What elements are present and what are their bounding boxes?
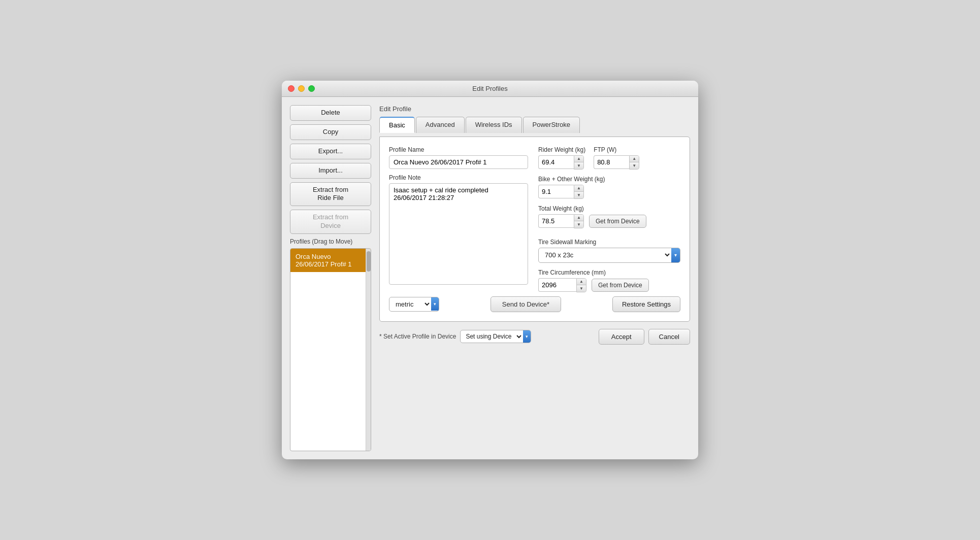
total-weight-row: ▲ ▼ Get from Device xyxy=(538,214,680,228)
total-weight-stepper-buttons: ▲ ▼ xyxy=(574,214,584,228)
total-weight-stepper: ▲ ▼ xyxy=(538,214,584,228)
rider-weight-stepper: ▲ ▼ xyxy=(538,155,585,170)
list-item[interactable]: Orca Nuevo 26/06/2017 Prof# 1 xyxy=(290,249,371,272)
rider-weight-up[interactable]: ▲ xyxy=(574,156,583,162)
units-section: metric imperial ▾ xyxy=(389,297,439,312)
scrollbar-thumb[interactable] xyxy=(367,251,371,272)
tire-sidewall-dropdown-btn[interactable]: ▾ xyxy=(671,248,680,262)
tire-circumference-label: Tire Circumference (mm) xyxy=(538,269,680,276)
main-content: Delete Copy Export... Import... Extract … xyxy=(290,105,690,451)
rider-weight-input[interactable] xyxy=(538,155,574,169)
tire-circumference-stepper: ▲ ▼ xyxy=(538,278,586,292)
traffic-lights xyxy=(288,85,315,92)
form-right: Rider Weight (kg) ▲ ▼ xyxy=(538,146,680,292)
bike-weight-down[interactable]: ▼ xyxy=(574,192,583,198)
restore-settings-button[interactable]: Restore Settings xyxy=(612,296,680,312)
tab-wireless-ids[interactable]: Wireless IDs xyxy=(466,117,522,133)
profile-note-input[interactable]: Isaac setup + cal ride completed 26/06/2… xyxy=(389,183,528,285)
total-weight-up[interactable]: ▲ xyxy=(574,215,583,221)
tire-circumference-stepper-buttons: ▲ ▼ xyxy=(576,278,586,292)
units-select[interactable]: metric imperial xyxy=(389,297,431,311)
sidebar-buttons: Delete Copy Export... Import... Extract … xyxy=(290,105,371,234)
profile-name-input[interactable] xyxy=(389,155,528,169)
sidebar: Delete Copy Export... Import... Extract … xyxy=(290,105,371,451)
bottom-center: Send to Device* xyxy=(439,296,612,312)
tire-circumference-input[interactable] xyxy=(538,278,576,292)
bike-weight-input[interactable] xyxy=(538,185,574,198)
bottom-right: Restore Settings xyxy=(612,296,680,312)
total-weight-section: Total Weight (kg) ▲ ▼ xyxy=(538,205,680,228)
tire-circumference-up[interactable]: ▲ xyxy=(577,279,586,285)
footer-area: * Set Active Profile in Device Set using… xyxy=(379,326,690,347)
total-weight-down[interactable]: ▼ xyxy=(574,221,583,228)
rider-weight-stepper-buttons: ▲ ▼ xyxy=(574,155,584,170)
get-from-device-1[interactable]: Get from Device xyxy=(589,215,646,228)
delete-button[interactable]: Delete xyxy=(290,105,371,121)
tire-sidewall-label: Tire Sidewall Marking xyxy=(538,239,680,246)
set-using-device-select[interactable]: Set using Device xyxy=(461,330,523,343)
tire-circumference-row: ▲ ▼ Get from Device xyxy=(538,278,680,292)
rider-weight-label: Rider Weight (kg) xyxy=(538,146,585,153)
rider-weight-group: Rider Weight (kg) ▲ ▼ xyxy=(538,146,585,170)
extract-ride-button[interactable]: Extract from Ride File xyxy=(290,182,371,207)
set-using-device-wrap: Set using Device ▾ xyxy=(460,330,531,343)
ftp-stepper: ▲ ▼ xyxy=(594,155,639,170)
accept-button[interactable]: Accept xyxy=(599,329,644,345)
tab-advanced[interactable]: Advanced xyxy=(416,117,465,133)
edit-profile-label: Edit Profile xyxy=(379,105,690,113)
main-window: Edit Profiles Delete Copy Export... Impo… xyxy=(282,81,698,459)
cancel-button[interactable]: Cancel xyxy=(648,329,690,345)
maximize-button[interactable] xyxy=(308,85,315,92)
ftp-input[interactable] xyxy=(594,155,629,169)
ftp-stepper-buttons: ▲ ▼ xyxy=(629,155,639,170)
extract-device-button[interactable]: Extract from Device xyxy=(290,210,371,234)
bike-weight-section: Bike + Other Weight (kg) ▲ ▼ xyxy=(538,176,680,199)
bike-weight-stepper: ▲ ▼ xyxy=(538,185,680,199)
footer-buttons: Accept Cancel xyxy=(599,329,690,345)
ftp-group: FTP (W) ▲ ▼ xyxy=(594,146,639,170)
sidebar-label: Profiles (Drag to Move) xyxy=(290,238,371,245)
tire-sidewall-select-wrap: 700 x 23c 700 x 25c 700 x 28c 700 x 32c … xyxy=(538,248,680,263)
tabs: Basic Advanced Wireless IDs PowerStroke xyxy=(379,117,690,133)
close-button[interactable] xyxy=(288,85,295,92)
right-panel: Edit Profile Basic Advanced Wireless IDs… xyxy=(379,105,690,451)
window-title: Edit Profiles xyxy=(472,85,507,92)
tab-panel-bottom: metric imperial ▾ Send to Device* Restor… xyxy=(389,292,680,312)
titlebar: Edit Profiles xyxy=(282,81,698,97)
tab-basic[interactable]: Basic xyxy=(379,117,415,133)
profile-note-label: Profile Note xyxy=(389,174,528,181)
ftp-down[interactable]: ▼ xyxy=(630,162,639,169)
get-from-device-2[interactable]: Get from Device xyxy=(592,279,649,292)
total-weight-label: Total Weight (kg) xyxy=(538,205,680,212)
form-section: Profile Name Profile Note Isaac setup + … xyxy=(389,146,680,292)
ftp-label: FTP (W) xyxy=(594,146,639,153)
profile-list: Orca Nuevo 26/06/2017 Prof# 1 xyxy=(290,248,371,451)
tire-circumference-down[interactable]: ▼ xyxy=(577,285,586,292)
minimize-button[interactable] xyxy=(298,85,305,92)
tab-panel-basic: Profile Name Profile Note Isaac setup + … xyxy=(379,137,690,322)
footer-left: * Set Active Profile in Device Set using… xyxy=(379,330,531,343)
set-using-device-dropdown-btn[interactable]: ▾ xyxy=(523,330,531,343)
tire-sidewall-select[interactable]: 700 x 23c 700 x 25c 700 x 28c 700 x 32c xyxy=(539,248,671,262)
scrollbar-track[interactable] xyxy=(366,249,371,451)
copy-button[interactable]: Copy xyxy=(290,124,371,140)
tab-powerstroke[interactable]: PowerStroke xyxy=(523,117,580,133)
total-weight-input[interactable] xyxy=(538,214,574,228)
bike-weight-up[interactable]: ▲ xyxy=(574,185,583,192)
form-left: Profile Name Profile Note Isaac setup + … xyxy=(389,146,528,292)
ftp-up[interactable]: ▲ xyxy=(630,156,639,162)
bike-weight-label: Bike + Other Weight (kg) xyxy=(538,176,680,183)
bike-weight-stepper-buttons: ▲ ▼ xyxy=(574,185,584,199)
import-button[interactable]: Import... xyxy=(290,163,371,179)
set-active-label: * Set Active Profile in Device xyxy=(379,333,456,340)
rider-weight-down[interactable]: ▼ xyxy=(574,162,583,169)
profile-name-label: Profile Name xyxy=(389,146,528,153)
send-to-device-button[interactable]: Send to Device* xyxy=(491,296,561,312)
units-dropdown-btn[interactable]: ▾ xyxy=(431,297,439,311)
export-button[interactable]: Export... xyxy=(290,144,371,159)
window-body: Delete Copy Export... Import... Extract … xyxy=(282,97,698,459)
weight-ftp-row: Rider Weight (kg) ▲ ▼ xyxy=(538,146,680,170)
tire-section: Tire Sidewall Marking 700 x 23c 700 x 25… xyxy=(538,239,680,292)
units-select-wrap: metric imperial ▾ xyxy=(389,297,439,312)
